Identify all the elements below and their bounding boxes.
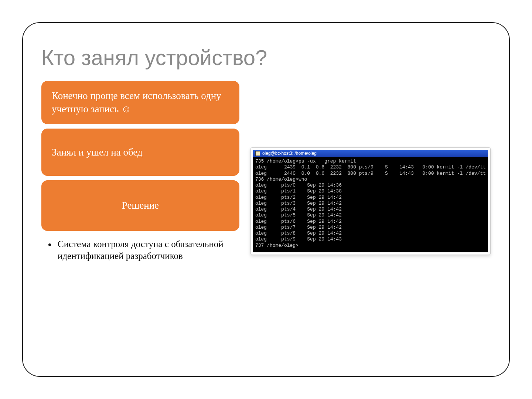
box-one: Конечно проще всем использовать одну уче…: [41, 81, 239, 124]
terminal-title-text: oleg@bc-host3: /home/oleg: [262, 151, 317, 156]
terminal-window: oleg@bc-host3: /home/oleg 735 /home/oleg…: [253, 150, 488, 252]
box-three: Решение: [41, 180, 239, 231]
terminal-titlebar: oleg@bc-host3: /home/oleg: [253, 150, 488, 157]
terminal-body: 735 /home/oleg>ps -ux | grep kermit oleg…: [253, 157, 488, 252]
terminal-screenshot: oleg@bc-host3: /home/oleg 735 /home/oleg…: [250, 147, 491, 255]
content-row: Конечно проще всем использовать одну уче…: [41, 81, 491, 262]
slide-title: Кто занял устройство?: [41, 45, 491, 70]
bullet-list: Система контроля доступа с обязательной …: [41, 235, 239, 262]
bullet-item: Система контроля доступа с обязательной …: [56, 238, 239, 262]
terminal-icon: [255, 151, 260, 156]
box-two: Занял и ушел на обед: [41, 129, 239, 176]
right-column: oleg@bc-host3: /home/oleg 735 /home/oleg…: [250, 81, 491, 255]
left-column: Конечно проще всем использовать одну уче…: [41, 81, 239, 262]
slide-frame: Кто занял устройство? Конечно проще всем…: [22, 22, 510, 377]
